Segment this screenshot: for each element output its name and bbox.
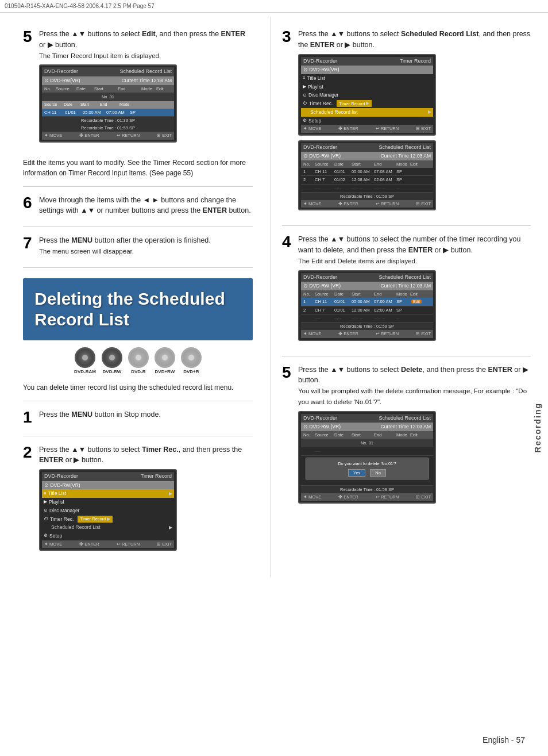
step-number-5-right: 5: [282, 364, 294, 381]
table-row-1-4: 1 CH 11 01/01 05:00 AM 07:00 AM SP Edit: [301, 298, 433, 306]
step-number-4: 4: [282, 234, 294, 250]
intro-text: You can delete timer record list using t…: [23, 382, 253, 393]
page-header: 01050A-R145-XAA-ENG-48-58 2006.4.17 2:5 …: [0, 0, 548, 13]
page-number: English - 57: [483, 735, 525, 745]
left-column: 5 Press the ▲▼ buttons to select Edit, a…: [0, 17, 270, 577]
screen-footer-5: ✦ MOVE✤ ENTER↩ RETURN⊞ EXIT: [301, 493, 433, 501]
screen-header-4: ⊙ DVD-RW (VR) Current Time 12:03 AM: [301, 282, 433, 290]
screen-header-2: ⊙ DVD-RW(VR): [42, 481, 174, 490]
screen-header-5: ⊙ DVD-RW (VR) Current Time 12:03 AM: [301, 423, 433, 431]
screen-titlebar-2: DVD-Recorder Timer Record: [42, 472, 174, 481]
recordable-time-1: Recordable Time : 01:33 SP: [42, 117, 174, 124]
big-title: Deleting the Scheduled Record List: [34, 289, 241, 330]
timer-rec-menu-screen: DVD-Recorder Timer Record ⊙ DVD-RW(VR) ≡…: [39, 469, 177, 551]
table-row-2-4: 2 CH 7 01/01 12:00 AM 02:00 AM SP: [301, 306, 433, 314]
step-3-text: Press the ▲▼ buttons to select Scheduled…: [298, 29, 531, 215]
dvdplusrw-icon: DVD+RW: [155, 347, 175, 374]
screen-step3-list: DVD-Recorder Scheduled Record List ⊙ DVD…: [298, 140, 436, 211]
step-3: 3 Press the ▲▼ buttons to select Schedul…: [282, 29, 531, 215]
step-2: 2 Press the ▲▼ buttons to select Timer R…: [23, 444, 253, 556]
big-title-section: Deleting the Scheduled Record List: [23, 278, 253, 340]
menu-timer-rec-sub: Scheduled Record List ▶: [42, 523, 174, 532]
menu-disc-r3: ⊙ Disc Manager: [301, 91, 433, 99]
step-number-7: 7: [23, 235, 34, 251]
menu-playlist: ▶ Playlist: [42, 498, 174, 506]
step-1: 1 Press the MENU button in Stop mode.: [23, 409, 253, 425]
screen-delete-confirm: DVD-Recorder Scheduled Record List ⊙ DVD…: [298, 411, 436, 504]
screen-header: ⊙ DVD-RW(VR) Current Time 12:08 AM: [42, 76, 174, 85]
recording-sidebar-label: Recording: [533, 402, 542, 452]
menu-timer-r3: ⏱ Timer Rec. Timer Record ▶: [301, 99, 433, 108]
screen-footer: ✦ MOVE✤ ENTER↩ RETURN⊞ EXIT: [42, 132, 174, 139]
recordable-time-2: Recordable Time : 01:59 SP: [42, 124, 174, 132]
screen-col-headers: No. Source Date Start End Mode Edit: [42, 85, 174, 93]
step-2-text: Press the ▲▼ buttons to select Timer Rec…: [39, 444, 253, 556]
dvdplusr-icon: DVD+R: [181, 347, 202, 374]
screen-header-3a: ⊙ DVD-RW(VR): [301, 66, 433, 74]
step-7: 7 Press the MENU button after the operat…: [23, 235, 253, 257]
screen-footer-3b: ✦ MOVE✤ ENTER↩ RETURN⊞ EXIT: [301, 200, 433, 208]
dvd-rw-icon: DVD-RW: [102, 347, 122, 374]
step-number-6: 6: [23, 195, 34, 211]
table-row-3-4: ---- --/-- --:-- -- --:-- -- --: [301, 314, 433, 323]
screen-col-headers-5: No. Source Date Start End Mode Edit: [301, 431, 433, 439]
table-row-3-3b: ---- --/-- --:-- -- --:-- -- --: [301, 185, 433, 193]
screen-titlebar-5: DVD-Recorder Scheduled Record List: [301, 414, 433, 423]
screen-titlebar-4: DVD-Recorder Scheduled Record List: [301, 273, 433, 282]
dvd-ram-icon: DVD-RAM: [74, 347, 96, 374]
menu-setup: ⚙ Setup: [42, 532, 174, 540]
table-empty-5: [301, 481, 433, 486]
menu-disc-manager: ⊙ Disc Manager: [42, 506, 174, 515]
recordable-4: Recordable Time : 01:59 SP: [301, 323, 433, 330]
table-row-1-3b: 1 CH 11 01/01 05:00 AM 07:08 AM SP: [301, 168, 433, 176]
step-6-text: Move through the items with the ◄ ► butt…: [39, 195, 253, 217]
edit-screen: DVD-Recorder Scheduled Record List ⊙ DVD…: [39, 64, 177, 142]
screen-header-3b: ⊙ DVD-RW (VR) Current Time 12:03 AM: [301, 152, 433, 160]
dialog-text: Do you want to delete 'No.01'?: [308, 460, 426, 467]
device-icons-row: DVD-RAM DVD-RW DVD-R DVD+RW DVD+R: [23, 347, 253, 374]
header-text: 01050A-R145-XAA-ENG-48-58 2006.4.17 2:5 …: [5, 3, 155, 9]
step-1-text: Press the MENU button in Stop mode.: [39, 409, 253, 420]
menu-playlist-r3: ▶ Playlist: [301, 83, 433, 91]
step-4: 4 Press the ▲▼ buttons to select the num…: [282, 234, 531, 345]
screen-step4: DVD-Recorder Scheduled Record List ⊙ DVD…: [298, 270, 436, 341]
step-number-5: 5: [23, 29, 34, 45]
right-column: 3 Press the ▲▼ buttons to select Schedul…: [270, 17, 548, 577]
delete-dialog: Do you want to delete 'No.01'? Yes No: [306, 458, 429, 479]
dialog-no-button[interactable]: No: [370, 469, 386, 477]
step-number-3: 3: [282, 29, 294, 45]
step-7-text: Press the MENU button after the operatio…: [39, 235, 253, 257]
step-4-text: Press the ▲▼ buttons to select the numbe…: [298, 234, 531, 345]
screen-footer-3a: ✦ MOVE✤ ENTER↩ RETURN⊞ EXIT: [301, 125, 433, 132]
screen-footer-2: ✦ MOVE✤ ENTER↩ RETURN⊞ EXIT: [42, 540, 174, 548]
menu-timer-rec: ⏱ Timer Rec. Timer Record ▶: [42, 515, 174, 524]
dialog-buttons[interactable]: Yes No: [308, 469, 426, 477]
dvd-r-icon: DVD-R: [128, 347, 149, 374]
step-number-2: 2: [23, 444, 34, 460]
step-5-right-text: Press the ▲▼ buttons to select Delete, a…: [298, 364, 531, 509]
step-5-note: Edit the items you want to modify. See t…: [23, 158, 253, 178]
step-number-1: 1: [23, 409, 34, 425]
step-5-text: Press the ▲▼ buttons to select Edit, and…: [39, 29, 253, 147]
step-5-edit: 5 Press the ▲▼ buttons to select Edit, a…: [23, 29, 253, 147]
screen-col-headers-4: No. Source Date Start End Mode Edit: [301, 290, 433, 298]
screen-col-headers-3b: No. Source Date Start End Mode Edit: [301, 160, 433, 168]
table-row-1-5: ----: [301, 447, 433, 455]
step-5-right: 5 Press the ▲▼ buttons to select Delete,…: [282, 364, 531, 509]
menu-setup-r3: ⚙ Setup: [301, 117, 433, 125]
menu-title-list: ≡ Title List ▶: [42, 489, 174, 498]
screen-step3-menu: DVD-Recorder Timer Record ⊙ DVD-RW(VR) ≡…: [298, 54, 436, 136]
screen-footer-4: ✦ MOVE✤ ENTER↩ RETURN⊞ EXIT: [301, 330, 433, 337]
screen-row-1: CH 11 01/01 05:00 AM 07:00 AM SP: [42, 109, 174, 117]
menu-scheduled-r3: Scheduled Record list ▶: [301, 108, 433, 117]
screen-titlebar-3b: DVD-Recorder Scheduled Record List: [301, 143, 433, 152]
recordable-3b: Recordable Time : 01:59 SP: [301, 193, 433, 200]
table-row-2-3b: 2 CH 7 01/02 12:08 AM 02:08 AM SP: [301, 176, 433, 184]
screen-titlebar: DVD-Recorder Scheduled Record List: [42, 67, 174, 76]
dialog-yes-button[interactable]: Yes: [348, 469, 365, 477]
menu-title-list-r3: ≡ Title List: [301, 74, 433, 83]
screen-titlebar-3a: DVD-Recorder Timer Record: [301, 57, 433, 66]
recordable-5: Recordable Time : 01:59 SP: [301, 486, 433, 493]
step-6: 6 Move through the items with the ◄ ► bu…: [23, 195, 253, 217]
